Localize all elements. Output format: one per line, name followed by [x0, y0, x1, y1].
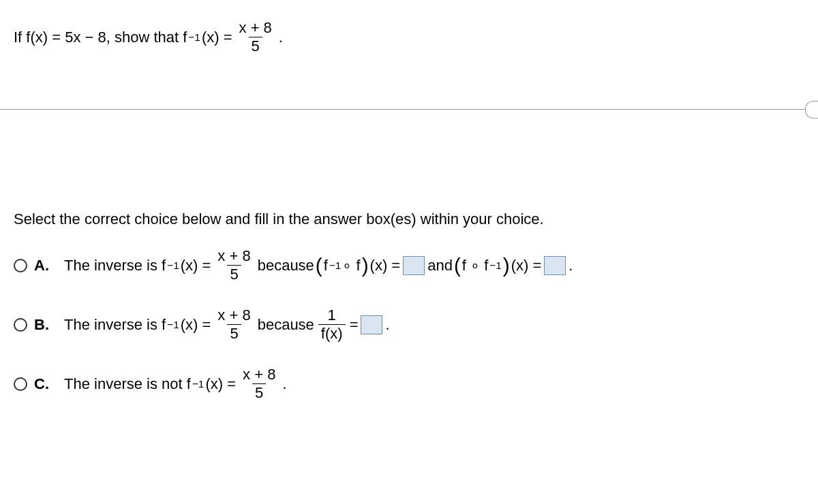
a-t5: and	[427, 257, 453, 274]
a-t1: The inverse is f	[64, 257, 166, 274]
a-frac-num: x + 8	[215, 249, 253, 265]
prompt-after-exp: (x) =	[202, 29, 232, 46]
b-answer-box[interactable]	[361, 315, 382, 334]
section-divider	[0, 109, 806, 110]
a-t2: (x) =	[181, 257, 211, 274]
radio-a[interactable]	[14, 259, 27, 272]
prompt-frac-den: 5	[249, 37, 262, 54]
b-frac2: 1 f(x)	[318, 308, 346, 341]
c-t3: .	[282, 375, 286, 393]
a-frac-den: 5	[227, 265, 241, 282]
b-frac1: x + 8 5	[215, 308, 253, 341]
prompt-frac-num: x + 8	[237, 20, 275, 37]
c-t1: The inverse is not f	[64, 375, 191, 393]
a-answer-box-2[interactable]	[544, 256, 566, 275]
c-frac-den: 5	[252, 383, 266, 400]
b-frac2-num: 1	[325, 308, 339, 324]
a-frac: x + 8 5	[215, 249, 253, 282]
scroll-cap	[805, 101, 818, 119]
b-t3: because	[258, 316, 314, 334]
c-frac-num: x + 8	[240, 367, 278, 383]
answer-area: Select the correct choice below and fill…	[0, 81, 818, 400]
radio-c[interactable]	[14, 377, 27, 391]
b-frac1-num: x + 8	[215, 308, 253, 324]
b-frac1-den: 5	[227, 324, 241, 341]
a-t3: because	[258, 257, 314, 274]
radio-b[interactable]	[14, 318, 27, 332]
b-t2: (x) =	[181, 316, 211, 334]
choice-a-label: A.	[34, 257, 53, 274]
a-t6: (x) =	[511, 257, 542, 274]
choice-c-label: C.	[34, 375, 53, 393]
b-t5: .	[385, 316, 389, 334]
prompt-fraction: x + 8 5	[237, 20, 275, 54]
prompt-leadin: If f(x) = 5x − 8, show that f	[14, 29, 187, 46]
question-prompt: If f(x) = 5x − 8, show that f −1 (x) = x…	[0, 0, 818, 81]
a-answer-box-1[interactable]	[403, 256, 425, 275]
choice-c: C. The inverse is not f −1 (x) = x + 8 5…	[14, 367, 804, 400]
a-p1a: f	[324, 257, 328, 274]
prompt-trail: .	[279, 29, 283, 46]
choice-b: B. The inverse is f −1 (x) = x + 8 5 bec…	[14, 308, 804, 341]
instruction-text: Select the correct choice below and fill…	[14, 210, 804, 228]
b-t4: =	[350, 316, 359, 334]
a-p1b: ∘ f	[342, 257, 360, 274]
choice-b-label: B.	[34, 316, 53, 334]
a-t4: (x) =	[370, 257, 401, 274]
c-t2: (x) =	[205, 375, 236, 393]
choice-a: A. The inverse is f −1 (x) = x + 8 5 bec…	[14, 249, 804, 282]
b-frac2-den: f(x)	[318, 324, 346, 341]
a-p2a: f ∘ f	[462, 257, 488, 274]
c-frac: x + 8 5	[240, 367, 278, 400]
b-t1: The inverse is f	[64, 316, 166, 334]
a-t7: .	[569, 257, 573, 274]
